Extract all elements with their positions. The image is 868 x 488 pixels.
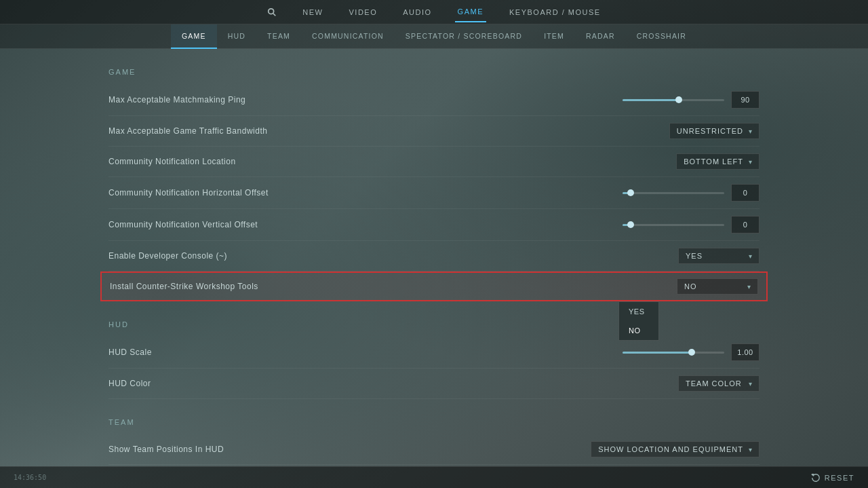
svg-point-0	[269, 8, 274, 14]
notification-horizontal-slider[interactable]	[623, 192, 724, 194]
developer-console-label: Enable Developer Console (~)	[108, 251, 227, 261]
traffic-bandwidth-dropdown[interactable]: UNRESTRICTED ▾	[669, 123, 760, 139]
slider-track	[623, 192, 724, 194]
slider-thumb[interactable]	[688, 349, 695, 356]
tab-game[interactable]: GAME	[171, 24, 217, 49]
reset-icon	[811, 473, 821, 483]
slider-track	[623, 352, 724, 354]
team-positions-dropdown[interactable]: SHOW LOCATION AND EQUIPMENT ▾	[591, 441, 760, 457]
team-positions-row: Show Team Positions In HUD SHOW LOCATION…	[108, 434, 760, 465]
matchmaking-ping-label: Max Acceptable Matchmaking Ping	[108, 95, 245, 105]
nav-new[interactable]: NEW	[300, 3, 326, 22]
developer-console-dropdown[interactable]: YES ▾	[678, 248, 760, 264]
notification-vertical-row: Community Notification Vertical Offset 0	[108, 209, 760, 241]
timestamp: 14:36:50	[14, 474, 46, 481]
hud-section-header: Hud	[108, 320, 760, 329]
notification-vertical-value: 0	[731, 216, 760, 233]
chevron-down-icon: ▾	[747, 283, 751, 290]
notification-horizontal-value: 0	[731, 184, 760, 202]
slider-thumb[interactable]	[627, 221, 634, 228]
chevron-down-icon: ▾	[749, 380, 752, 388]
nav-keyboard[interactable]: KEYBOARD / MOUSE	[507, 3, 604, 22]
tab-crosshair[interactable]: CROSSHAIR	[626, 24, 697, 49]
slider-thumb[interactable]	[675, 96, 682, 103]
notification-horizontal-label: Community Notification Horizontal Offset	[108, 188, 269, 198]
team-section-header: Team	[108, 418, 760, 426]
tab-item[interactable]: ITEM	[533, 24, 575, 49]
matchmaking-ping-row: Max Acceptable Matchmaking Ping 90	[108, 84, 760, 116]
matchmaking-ping-value: 90	[731, 91, 760, 109]
tab-spectator[interactable]: SPECTATOR / SCOREBOARD	[395, 24, 533, 49]
game-section-header: Game	[108, 68, 760, 76]
chevron-down-icon: ▾	[749, 252, 752, 260]
notification-horizontal-row: Community Notification Horizontal Offset…	[108, 177, 760, 209]
chevron-down-icon: ▾	[749, 158, 752, 166]
notification-horizontal-control: 0	[623, 184, 760, 202]
search-icon	[267, 7, 277, 17]
slider-thumb[interactable]	[627, 189, 634, 196]
notification-location-label: Community Notification Location	[108, 157, 236, 166]
matchmaking-ping-slider[interactable]	[623, 99, 724, 101]
hud-scale-label: HUD Scale	[108, 348, 152, 357]
slider-track	[623, 224, 724, 226]
hud-scale-value: 1.00	[731, 343, 760, 361]
bottom-bar: 14:36:50 RESET	[0, 466, 868, 488]
hud-scale-control: 1.00	[623, 343, 760, 361]
chevron-down-icon: ▾	[749, 446, 752, 453]
hud-color-label: HUD Color	[108, 379, 151, 388]
notification-location-row: Community Notification Location BOTTOM L…	[108, 147, 760, 177]
top-nav: NEW VIDEO AUDIO GAME KEYBOARD / MOUSE	[0, 0, 868, 24]
workshop-tools-row: Install Counter-Strike Workshop Tools NO…	[100, 271, 768, 301]
slider-fill	[623, 99, 679, 101]
nav-video[interactable]: VIDEO	[347, 3, 380, 22]
option-no[interactable]: No	[619, 321, 658, 340]
developer-console-row: Enable Developer Console (~) YES ▾	[108, 241, 760, 271]
hud-scale-row: HUD Scale 1.00	[108, 337, 760, 369]
traffic-bandwidth-row: Max Acceptable Game Traffic Bandwidth UN…	[108, 116, 760, 147]
hud-scale-slider[interactable]	[623, 352, 724, 354]
reset-button[interactable]: RESET	[811, 473, 854, 483]
notification-vertical-label: Community Notification Vertical Offset	[108, 220, 258, 229]
matchmaking-ping-control: 90	[623, 91, 760, 109]
tab-team[interactable]: TEAM	[256, 24, 301, 49]
tab-communication[interactable]: COMMUNICATION	[301, 24, 395, 49]
workshop-tools-wrapper: Install Counter-Strike Workshop Tools NO…	[108, 271, 760, 301]
tab-hud[interactable]: HUD	[217, 24, 256, 49]
hud-color-dropdown[interactable]: TEAM COLOR ▾	[678, 375, 760, 392]
workshop-tools-dropdown[interactable]: NO ▾	[677, 278, 758, 295]
notification-vertical-slider[interactable]	[623, 224, 724, 226]
settings-area: Game Max Acceptable Matchmaking Ping 90 …	[0, 49, 868, 466]
slider-track	[623, 99, 724, 101]
workshop-tools-label: Install Counter-Strike Workshop Tools	[110, 282, 258, 291]
option-yes[interactable]: Yes	[619, 302, 658, 321]
chevron-down-icon: ▾	[749, 128, 752, 135]
nav-audio[interactable]: AUDIO	[400, 3, 434, 22]
hud-color-row: HUD Color TEAM COLOR ▾	[108, 369, 760, 399]
sub-nav: GAME HUD TEAM COMMUNICATION SPECTATOR / …	[0, 24, 868, 49]
notification-location-dropdown[interactable]: BOTTOM LEFT ▾	[676, 153, 760, 170]
notification-vertical-control: 0	[623, 216, 760, 233]
tab-radar[interactable]: RADAR	[575, 24, 626, 49]
nav-game[interactable]: GAME	[455, 2, 486, 22]
search-button[interactable]	[264, 2, 279, 22]
slider-fill	[623, 352, 692, 354]
traffic-bandwidth-label: Max Acceptable Game Traffic Bandwidth	[108, 126, 267, 136]
svg-line-1	[273, 13, 276, 16]
workshop-tools-dropdown-menu: Yes No	[618, 301, 659, 341]
team-positions-label: Show Team Positions In HUD	[108, 445, 224, 454]
